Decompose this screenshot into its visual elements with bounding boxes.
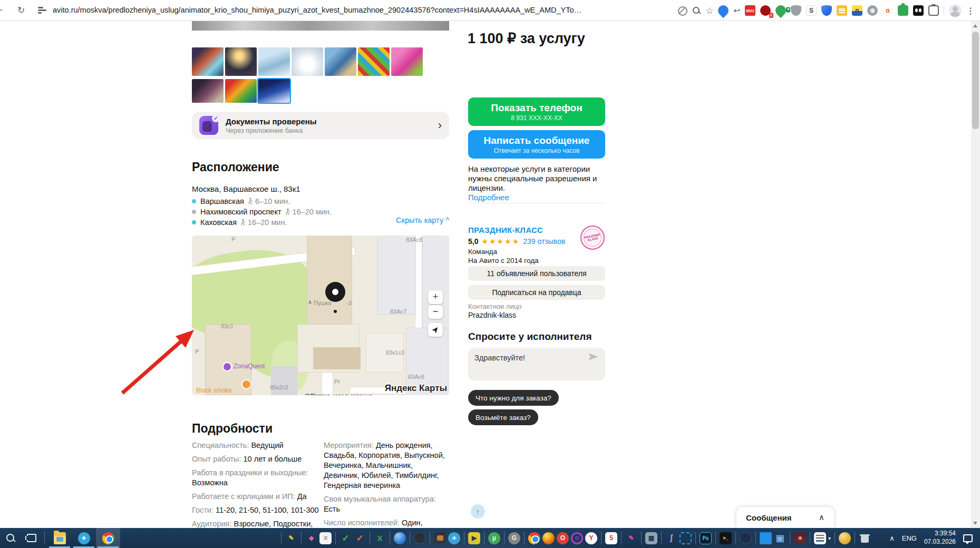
taskbar-icon-chrome[interactable] bbox=[96, 528, 120, 548]
taskbar-icon-telegram[interactable]: ✈ bbox=[72, 528, 96, 548]
taskbar-icon-voice-app[interactable] bbox=[740, 532, 752, 544]
profile-avatar[interactable] bbox=[949, 4, 962, 17]
photo-thumbnail[interactable] bbox=[225, 79, 257, 103]
taskbar-icon-check-orange[interactable]: ✓ bbox=[354, 532, 366, 544]
zonaquest-poi-icon[interactable] bbox=[224, 363, 231, 370]
photo-thumbnail[interactable] bbox=[325, 47, 356, 76]
site-settings-icon[interactable] bbox=[38, 6, 47, 15]
reviews-link[interactable]: 239 отзывов bbox=[523, 237, 565, 246]
taskbar-icon-recycle-bin[interactable] bbox=[859, 532, 871, 544]
puzzle-extension-icon[interactable] bbox=[898, 5, 908, 16]
taskbar-icon-task-list[interactable] bbox=[814, 532, 826, 544]
photo-thumbnail[interactable] bbox=[192, 79, 224, 103]
taskbar-icon-window-app[interactable]: ▣ bbox=[774, 532, 786, 544]
taskbar-icon-telegram-2[interactable]: ✈ bbox=[448, 532, 460, 544]
message-input[interactable]: Здравствуйте! bbox=[468, 348, 605, 380]
subscribe-seller-button[interactable]: Подписаться на продавца bbox=[468, 285, 605, 300]
blocksmoke-poi-icon[interactable] bbox=[242, 380, 250, 388]
taskbar-icon-sphere[interactable] bbox=[394, 532, 406, 544]
chevron-up-icon[interactable]: ∧ bbox=[819, 513, 824, 522]
taskbar-icon-paint-tool[interactable]: ✎ bbox=[285, 532, 297, 544]
yandex-map[interactable]: 83Ас8 83Ас7 83к1с3 83Ас6 83с1 85к2с2 Р Р… bbox=[192, 236, 449, 395]
map-terms-link[interactable]: Условия использования bbox=[308, 393, 372, 395]
send-icon[interactable] bbox=[587, 352, 599, 364]
seller-name-link[interactable]: ПРАЗДНИК-КЛАСС bbox=[468, 226, 543, 234]
orange-extension-icon[interactable]: ɑ bbox=[882, 5, 893, 16]
yandex-pin-extension-icon[interactable] bbox=[716, 3, 731, 18]
taskbar-icon-red-app[interactable]: ∗ bbox=[794, 532, 806, 544]
taskbar-search-icon[interactable] bbox=[6, 534, 15, 543]
hide-map-link[interactable]: Скрыть карту ^ bbox=[390, 216, 449, 224]
taskbar-icon-gimp[interactable]: G bbox=[508, 532, 520, 544]
photo-thumbnail[interactable] bbox=[358, 47, 390, 76]
quick-question-chip[interactable]: Возьмёте заказ? bbox=[468, 409, 538, 425]
license-more-link[interactable]: Подробнее bbox=[468, 193, 509, 202]
scrollbar-down-arrow[interactable] bbox=[973, 522, 977, 525]
taskbar-icon-file-explorer[interactable] bbox=[47, 528, 72, 548]
taskbar-icon-photoshop[interactable]: Ps bbox=[700, 532, 712, 544]
taskbar-icon-coin[interactable] bbox=[839, 532, 851, 544]
taskbar-icon-remote-desktop[interactable] bbox=[760, 532, 772, 544]
scrollbar-up-arrow[interactable] bbox=[973, 24, 977, 27]
seller-avatar-stamp[interactable] bbox=[580, 226, 605, 250]
browser-menu-icon[interactable]: ⋮ bbox=[966, 6, 975, 16]
reload-icon[interactable]: ↻ bbox=[15, 5, 27, 16]
taskbar-icon-magenta-brush[interactable]: ✎ bbox=[625, 532, 637, 544]
task-view-icon[interactable] bbox=[27, 534, 36, 542]
language-indicator[interactable]: ENG bbox=[902, 534, 917, 542]
seller-items-button[interactable]: 11 объявлений пользователя bbox=[468, 266, 605, 281]
map-locate-button[interactable] bbox=[428, 323, 443, 337]
taskbar-icon-utorrent[interactable]: µ bbox=[488, 532, 500, 544]
show-phone-button[interactable]: Показать телефон 8 931 XXX-XX-XX bbox=[468, 97, 605, 126]
blue-shield-extension-icon[interactable] bbox=[821, 5, 832, 16]
scroll-to-top-button[interactable]: ↑ bbox=[471, 504, 485, 518]
taskbar-icon-notes[interactable]: ≡ bbox=[319, 532, 332, 544]
blocker-off-icon[interactable] bbox=[677, 5, 687, 16]
back-icon[interactable]: ➣ bbox=[0, 5, 4, 15]
taskbar-icon-check-green[interactable]: ✓ bbox=[339, 532, 352, 544]
globe-extension-icon[interactable]: ⊕ bbox=[867, 5, 878, 16]
photo-thumbnail[interactable] bbox=[192, 47, 224, 76]
taskbar-icon-yandex[interactable]: Y bbox=[585, 532, 597, 544]
taskbar-icon-feather[interactable]: ʃ bbox=[665, 532, 677, 544]
poi-label[interactable]: ZonaQuest bbox=[234, 363, 265, 370]
address-bar[interactable]: avito.ru/moskva/predlozheniya_uslug/anim… bbox=[53, 6, 585, 14]
documents-verified-banner[interactable]: ✓ Документы проверены Через приложение б… bbox=[192, 112, 449, 139]
red-counter-extension-icon[interactable]: 6922 bbox=[745, 5, 755, 16]
taskbar-icon-media-play[interactable]: ▶ bbox=[468, 532, 480, 544]
red-badge-extension-icon[interactable]: 2 bbox=[760, 5, 771, 16]
zoom-icon[interactable] bbox=[692, 6, 701, 15]
map-zoom-out-button[interactable]: − bbox=[428, 305, 443, 319]
main-photo-bottom-edge[interactable] bbox=[192, 21, 449, 31]
quick-question-chip[interactable]: Что нужно для заказа? bbox=[468, 390, 559, 406]
messages-panel[interactable]: Сообщения ∧ bbox=[736, 507, 834, 528]
photo-thumbnail[interactable] bbox=[258, 47, 290, 76]
taskbar-icon-excel[interactable]: X bbox=[374, 532, 386, 544]
s-lock-extension-icon[interactable]: S bbox=[806, 5, 817, 16]
taskbar-icon-eraser[interactable]: ◆ bbox=[305, 532, 317, 544]
gray-shield-extension-icon[interactable] bbox=[791, 5, 801, 16]
taskbar-icon-cmd[interactable]: >_ bbox=[720, 532, 732, 544]
taskbar-icon-photos[interactable] bbox=[434, 532, 446, 544]
bookmark-star-icon[interactable]: ☆ bbox=[705, 5, 713, 16]
taskbar-clock[interactable]: 3:39:54 07.03.2026 bbox=[924, 530, 956, 546]
notes-extension-icon[interactable] bbox=[837, 5, 847, 16]
eyes-extension-icon[interactable] bbox=[913, 5, 924, 16]
taskbar-icon-firefox[interactable] bbox=[542, 532, 555, 544]
write-message-button[interactable]: Написать сообщение Отвечает за несколько… bbox=[468, 130, 605, 159]
notification-center-icon[interactable] bbox=[963, 534, 973, 542]
taskbar-icon-opera[interactable]: O bbox=[557, 532, 569, 544]
taskbar-icon-calculator[interactable]: ▦ bbox=[645, 532, 657, 544]
photo-thumbnail[interactable] bbox=[292, 47, 323, 76]
taskbar-icon-red-5[interactable]: 5 bbox=[605, 532, 617, 544]
taskbar-icon-snip[interactable] bbox=[680, 532, 692, 544]
green-pin-extension-icon[interactable]: 9 bbox=[773, 3, 788, 18]
taskbar-icon-dark-app[interactable] bbox=[414, 532, 426, 544]
clipboard-extension-icon[interactable] bbox=[928, 5, 939, 16]
photo-thumbnail-selected[interactable] bbox=[258, 79, 290, 103]
taskbar-icon-opera-ring[interactable]: O bbox=[571, 532, 583, 544]
photo-thumbnail[interactable] bbox=[391, 47, 423, 76]
tray-chevron-icon[interactable]: ∧ bbox=[889, 534, 895, 542]
n-app-extension-icon[interactable]: n bbox=[852, 5, 862, 16]
caret-down-icon[interactable]: ▾ bbox=[828, 535, 831, 541]
